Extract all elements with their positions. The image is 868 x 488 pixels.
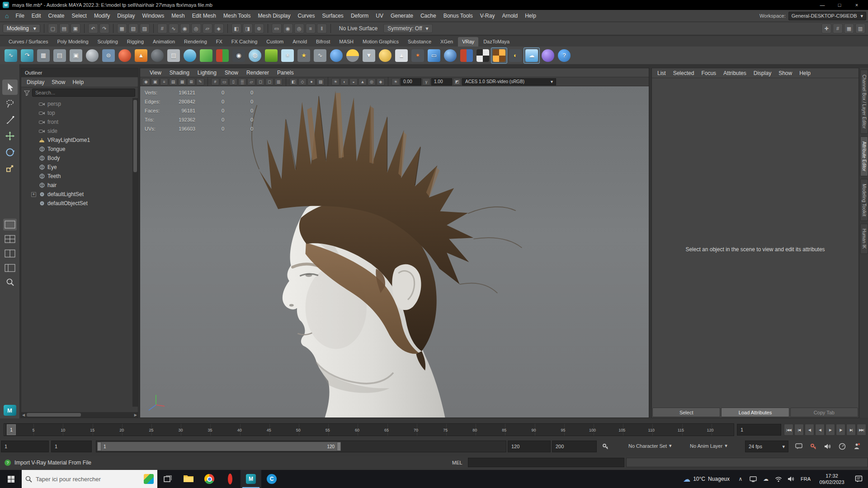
attribute-editor-menu-help[interactable]: Help: [796, 70, 814, 76]
shelf-icon[interactable]: [377, 47, 393, 64]
move-tool[interactable]: [2, 128, 18, 144]
grid-icon[interactable]: #: [211, 78, 219, 85]
select-camera-icon[interactable]: ◉: [142, 78, 150, 85]
shelf-icon[interactable]: [263, 47, 279, 64]
shelf-tab-fx[interactable]: FX: [212, 37, 226, 47]
attribute-editor-menu-attributes[interactable]: Attributes: [720, 70, 750, 76]
safe-title-icon[interactable]: ◻: [265, 78, 274, 85]
scroll-right-icon[interactable]: ▶: [134, 413, 137, 417]
character-controls-icon[interactable]: [852, 442, 862, 451]
shadows-icon[interactable]: ◐: [340, 78, 349, 85]
safe-action-icon[interactable]: ◻: [256, 78, 264, 85]
outliner-item-defaultlightset[interactable]: +defaultLightSet: [21, 190, 138, 199]
layout-pane-outliner[interactable]: [3, 262, 17, 274]
minimize-button[interactable]: —: [814, 0, 831, 10]
shelf-icon[interactable]: [458, 47, 475, 64]
menu-modify[interactable]: Modify: [90, 10, 113, 22]
menu-edit[interactable]: Edit: [28, 10, 45, 22]
select-component-icon[interactable]: ▨: [140, 23, 150, 33]
menu-curves[interactable]: Curves: [294, 10, 319, 22]
taskbar-search[interactable]: [22, 470, 157, 488]
playback-speed-icon[interactable]: [837, 442, 847, 451]
step-forward-key-button[interactable]: |▶: [836, 424, 845, 436]
select-hierarchy-icon[interactable]: ▦: [117, 23, 127, 33]
scale-tool[interactable]: [2, 161, 18, 176]
isolate-select-icon[interactable]: ◈: [377, 78, 385, 85]
set-key-icon[interactable]: [600, 442, 610, 451]
mel-input[interactable]: [468, 458, 624, 467]
character-set-dropdown[interactable]: No Character Set ▾: [628, 443, 672, 449]
play-forwards-button[interactable]: ▶: [826, 424, 835, 436]
live-surface-label[interactable]: No Live Surface: [335, 25, 382, 32]
shelf-icon[interactable]: ▤: [52, 47, 68, 64]
menu-uv[interactable]: UV: [372, 10, 387, 22]
weather-widget[interactable]: ☁ 10°C Nuageux: [679, 470, 734, 488]
shelf-tab-fx-caching[interactable]: FX Caching: [227, 37, 261, 47]
depth-of-field-icon[interactable]: ◎: [368, 78, 376, 85]
clock[interactable]: 17:32 09/02/2023: [814, 470, 850, 488]
outliner-hscrollbar[interactable]: ◀ ▶: [21, 412, 138, 418]
shelf-tab-rigging[interactable]: Rigging: [123, 37, 148, 47]
step-back-key-button[interactable]: ◀|: [805, 424, 814, 436]
paint-select-tool[interactable]: [2, 112, 18, 127]
speaker-icon[interactable]: [823, 442, 833, 451]
attribute-editor-menu-display[interactable]: Display: [750, 70, 775, 76]
hidden-icons-chevron[interactable]: ∧: [734, 470, 747, 488]
snap-point-icon[interactable]: ◉: [180, 23, 190, 33]
shelf-icon[interactable]: [149, 47, 165, 64]
menu-cache[interactable]: Cache: [417, 10, 440, 22]
shelf-icon[interactable]: ◐: [507, 47, 524, 64]
select-object-icon[interactable]: ▧: [128, 23, 138, 33]
shelf-icon[interactable]: ☁: [524, 47, 540, 64]
playback-end-field[interactable]: 120: [508, 441, 551, 452]
menu-set-dropdown[interactable]: Modeling ▾: [3, 24, 40, 33]
shelf-tab-daztomaya[interactable]: DazToMaya: [479, 37, 514, 47]
outliner-search-input[interactable]: [32, 89, 135, 97]
shelf-icon[interactable]: ▭: [426, 47, 442, 64]
shelf-tab-custom[interactable]: Custom: [262, 37, 288, 47]
new-scene-icon[interactable]: ▢: [48, 23, 58, 33]
snap-projected-center-icon[interactable]: ◎: [191, 23, 201, 33]
shelf-icon[interactable]: [475, 47, 491, 64]
side-tab-channel-box-layer-editor[interactable]: Channel Box / Layer Editor: [860, 70, 868, 134]
redo-icon[interactable]: ↷: [99, 23, 109, 33]
fps-dropdown[interactable]: 24 fps ▾: [745, 441, 788, 452]
menu-mesh-tools[interactable]: Mesh Tools: [220, 10, 254, 22]
start-button[interactable]: [0, 470, 22, 488]
shelf-icon[interactable]: [198, 47, 214, 64]
playback-options-icon[interactable]: [794, 442, 804, 451]
colorspace-dropdown[interactable]: ACES 1.0 SDR-video (sRGB)▾: [462, 78, 556, 85]
shelf-icon[interactable]: [214, 47, 231, 64]
shelf-icon[interactable]: ∿: [312, 47, 328, 64]
mel-label[interactable]: MEL: [452, 460, 462, 465]
action-center-button[interactable]: [850, 470, 868, 488]
viewport-menu-view[interactable]: View: [146, 68, 165, 77]
playback-start-field[interactable]: 1: [51, 441, 92, 452]
shelf-icon[interactable]: [182, 47, 198, 64]
go-to-end-button[interactable]: ▶▶|: [857, 424, 866, 436]
shelf-tab-xgen[interactable]: XGen: [436, 37, 457, 47]
current-frame-marker[interactable]: 1: [7, 424, 16, 435]
menu-bonus-tools[interactable]: Bonus Tools: [440, 10, 476, 22]
select-button[interactable]: Select: [652, 408, 720, 417]
shelf-icon[interactable]: ▦: [35, 47, 52, 64]
snap-curve-icon[interactable]: ∿: [169, 23, 179, 33]
step-forward-frame-button[interactable]: ▶|: [846, 424, 856, 436]
exposure-icon[interactable]: ☀: [392, 78, 400, 85]
save-scene-icon[interactable]: ▣: [71, 23, 80, 33]
textured-icon[interactable]: ▨: [316, 78, 325, 85]
render-settings-icon[interactable]: ≡: [306, 23, 316, 33]
menu-mesh-display[interactable]: Mesh Display: [254, 10, 294, 22]
lock-camera-icon[interactable]: ▣: [151, 78, 159, 85]
menu-v-ray[interactable]: V-Ray: [476, 10, 499, 22]
attribute-editor-menu-selected[interactable]: Selected: [670, 70, 698, 76]
shelf-icon[interactable]: ↷: [19, 47, 35, 64]
outliner-menu-help[interactable]: Help: [69, 79, 87, 85]
use-all-lights-icon[interactable]: ☀: [331, 78, 340, 85]
opera-button[interactable]: [220, 470, 241, 488]
layout-four-pane[interactable]: [3, 233, 17, 245]
input-connections-icon[interactable]: ◧: [231, 23, 241, 33]
volume-tray-icon[interactable]: [785, 470, 797, 488]
viewport-menu-shading[interactable]: Shading: [165, 68, 193, 77]
shelf-tab-rendering[interactable]: Rendering: [180, 37, 211, 47]
